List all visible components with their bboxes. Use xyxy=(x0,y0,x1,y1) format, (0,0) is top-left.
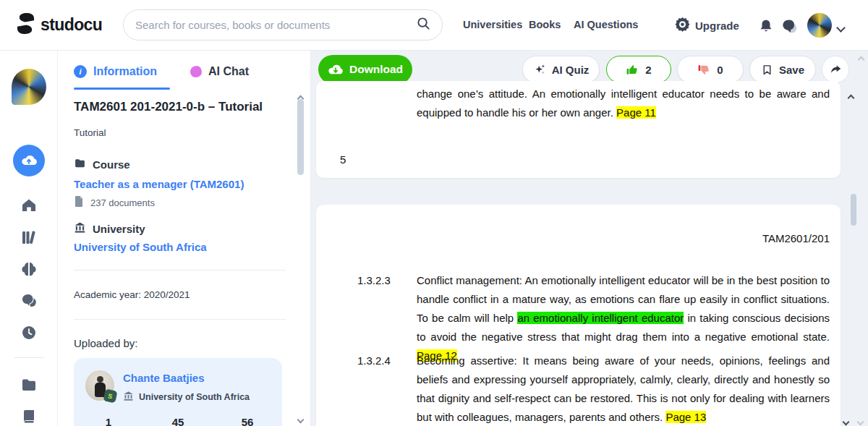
document-viewer: Download AI Quiz 2 0 Save xyxy=(311,51,868,426)
notifications-bell-icon[interactable] xyxy=(758,18,774,37)
search-icon[interactable] xyxy=(417,17,430,33)
text-segment: an emotionally intelligent educator xyxy=(517,312,684,324)
book-icon[interactable] xyxy=(20,408,38,425)
share-button[interactable] xyxy=(822,56,849,83)
university-icon xyxy=(123,391,134,404)
tab-information[interactable]: i Information xyxy=(74,65,157,78)
ai-chat-blob-icon xyxy=(190,66,202,77)
paragraph-text: Becoming assertive: It means being aware… xyxy=(417,352,830,426)
dislike-button[interactable]: 0 xyxy=(677,56,744,83)
rail-divider xyxy=(14,357,43,358)
rail-avatar[interactable] xyxy=(12,69,46,105)
info-icon: i xyxy=(74,65,87,78)
sparkle-icon xyxy=(533,63,546,76)
top-navbar: studocu Universities Books AI Questions … xyxy=(0,0,868,51)
like-button[interactable]: 2 xyxy=(606,56,671,83)
uploader-stats-row: 1 45 56 xyxy=(74,416,282,426)
text-segment: Page 13 xyxy=(665,411,706,423)
nav-link-books[interactable]: Books xyxy=(529,19,561,30)
paragraph-1-3-2-4: 1.3.2.4 Becoming assertive: It means bei… xyxy=(357,352,830,426)
user-avatar[interactable] xyxy=(807,13,832,38)
ai-quiz-label: AI Quiz xyxy=(552,64,590,76)
tab-information-label: Information xyxy=(93,65,157,78)
download-label: Download xyxy=(349,63,403,76)
like-count: 2 xyxy=(645,64,651,76)
uploader-stat: 56 xyxy=(213,416,282,426)
uploader-university: University of South Africa xyxy=(139,392,250,402)
download-button[interactable]: Download xyxy=(318,55,412,84)
nav-link-ai-questions[interactable]: AI Questions xyxy=(574,19,638,30)
studocu-mark-icon xyxy=(16,12,35,38)
bookmark-icon xyxy=(761,64,773,76)
uploader-card: S Chante Baatjies University of South Af… xyxy=(74,358,282,426)
search-bar[interactable] xyxy=(123,9,443,41)
course-section-header: Course xyxy=(74,157,130,172)
document-page-5: change one’s attitude. An emotionally in… xyxy=(316,81,841,178)
university-link[interactable]: University of South Africa xyxy=(74,241,207,253)
documents-count-row: 237 documents xyxy=(74,196,155,210)
viewer-scrollbar-thumb[interactable] xyxy=(851,194,856,226)
document-type: Tutorial xyxy=(74,127,106,138)
save-label: Save xyxy=(779,64,804,76)
divider xyxy=(74,319,286,320)
divider xyxy=(74,270,286,270)
uploader-badge-icon: S xyxy=(103,388,117,403)
outer-scroll-down-icon[interactable] xyxy=(858,414,863,426)
studocu-logo-text: studocu xyxy=(41,15,102,35)
cloud-download-icon xyxy=(328,62,344,77)
document-info-panel: i Information AI Chat TAM2601 201-2021-0… xyxy=(58,51,311,426)
thumbs-down-icon xyxy=(697,63,711,77)
page-number: 5 xyxy=(340,153,346,166)
premium-badge-icon xyxy=(675,17,690,35)
university-icon xyxy=(74,221,86,237)
uploader-university-row: University of South Africa xyxy=(123,391,250,404)
library-books-icon[interactable] xyxy=(20,229,38,246)
account-chevron-down-icon[interactable] xyxy=(838,21,844,34)
academic-year: Academic year: 2020/2021 xyxy=(74,289,190,300)
documents-count: 237 documents xyxy=(90,197,155,208)
chat-bubbles-icon[interactable] xyxy=(20,292,38,310)
page-text: change one’s attitude. An emotionally in… xyxy=(417,85,830,122)
university-section-header: University xyxy=(74,221,145,237)
home-icon[interactable] xyxy=(20,197,38,214)
panel-scrollbar-thumb[interactable] xyxy=(297,99,304,175)
page-header: TAM2601/201 xyxy=(762,232,830,244)
save-button[interactable]: Save xyxy=(749,56,816,83)
paragraph-number: 1.3.2.4 xyxy=(357,352,417,426)
text-segment: Page 11 xyxy=(616,106,656,119)
upload-button[interactable] xyxy=(13,145,45,176)
outer-scroll-up-icon[interactable] xyxy=(859,52,864,65)
dislike-count: 0 xyxy=(717,64,723,76)
recent-clock-icon[interactable] xyxy=(20,324,38,341)
document-file-icon xyxy=(74,196,84,210)
folder-icon xyxy=(74,157,86,172)
share-arrow-icon xyxy=(829,63,843,77)
upgrade-label: Upgrade xyxy=(695,20,739,32)
uploader-stat: 1 xyxy=(74,416,143,426)
course-label: Course xyxy=(93,158,130,171)
uploader-name-link[interactable]: Chante Baatjies xyxy=(123,372,205,384)
studocu-logo[interactable]: studocu xyxy=(16,12,102,38)
nav-link-universities[interactable]: Universities xyxy=(463,19,522,30)
tab-ai-chat-label: AI Chat xyxy=(208,65,249,78)
viewer-scroll-down-icon[interactable] xyxy=(843,414,848,426)
document-page-6: TAM2601/201 1.3.2.3 Conflict management:… xyxy=(316,205,841,426)
ai-quiz-button[interactable]: AI Quiz xyxy=(522,56,600,83)
uploader-stat: 45 xyxy=(143,416,213,426)
left-icon-rail xyxy=(0,51,58,426)
thumbs-up-icon xyxy=(626,63,639,77)
ai-brain-icon[interactable] xyxy=(20,260,38,278)
uploaded-by-label: Uploaded by: xyxy=(74,337,137,349)
upgrade-button[interactable]: Upgrade xyxy=(675,17,739,35)
course-link[interactable]: Teacher as a menager (TAM2601) xyxy=(74,178,244,190)
panel-scroll-down-icon[interactable] xyxy=(298,412,303,425)
university-label: University xyxy=(93,223,145,235)
viewer-scroll-up-icon[interactable] xyxy=(848,90,854,103)
active-tab-underline xyxy=(74,88,170,90)
folder-icon[interactable] xyxy=(20,376,38,393)
search-input[interactable] xyxy=(135,19,417,31)
tab-ai-chat[interactable]: AI Chat xyxy=(190,65,249,78)
messages-chat-icon[interactable] xyxy=(781,18,800,38)
document-title: TAM2601 201-2021-0-b – Tutorial xyxy=(74,100,284,114)
cloud-upload-icon xyxy=(20,152,38,169)
